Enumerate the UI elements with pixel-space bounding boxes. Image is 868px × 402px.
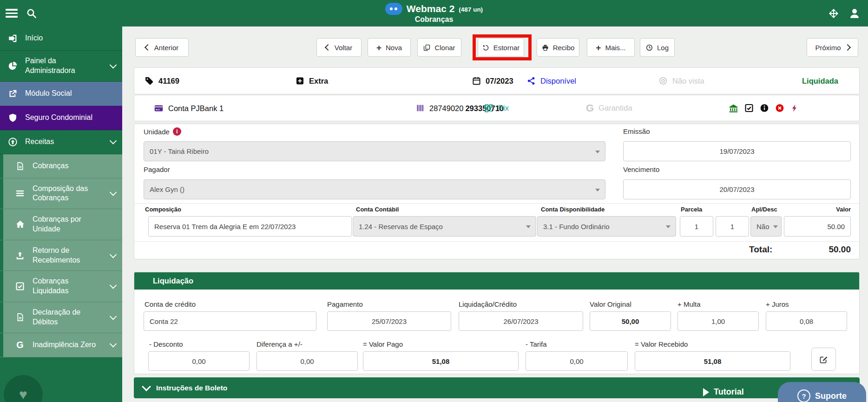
- bank-account: Conta PJBank 1: [154, 103, 224, 113]
- sidebar-item-modulo-social[interactable]: Módulo Social: [0, 82, 122, 106]
- proximo-button[interactable]: Próximo: [807, 38, 858, 57]
- juros-input[interactable]: 0,08: [766, 311, 847, 331]
- clonar-button[interactable]: Clonar: [417, 38, 461, 57]
- multa-input[interactable]: 1,00: [677, 311, 759, 331]
- calendar-icon: [472, 77, 481, 86]
- nova-button[interactable]: + Nova: [368, 38, 411, 57]
- chevron-down-icon: [110, 137, 117, 145]
- check-square-icon: [13, 282, 27, 291]
- sidebar-item-label: Inadimplência Zero: [33, 340, 96, 350]
- suporte-button[interactable]: ? Suporte: [778, 382, 866, 402]
- info-circle-icon[interactable]: [760, 104, 769, 113]
- play-icon: [703, 388, 709, 396]
- tutorial-button[interactable]: Tutorial: [703, 387, 744, 397]
- user-icon[interactable]: [848, 7, 861, 20]
- cobranca-form-card: Unidade i 01Y - Tainá Ribeiro Emissão 19…: [134, 124, 860, 259]
- apl-desc-select[interactable]: Não: [750, 216, 782, 237]
- pagamento-label: Pagamento: [327, 300, 363, 308]
- liquidada-status: Liquidada: [802, 77, 838, 86]
- sidebar-item-inicio[interactable]: Início: [0, 26, 122, 51]
- multa-label: + Multa: [677, 300, 701, 308]
- pagador-select[interactable]: Alex Gyn (): [144, 179, 605, 199]
- total-label: Total:: [749, 244, 772, 255]
- chevron-down-icon: [110, 61, 117, 69]
- unidade-select[interactable]: 01Y - Tainá Ribeiro: [144, 141, 605, 161]
- desconto-input[interactable]: 0,00: [148, 351, 250, 371]
- chevron-down-icon: [110, 282, 117, 289]
- cancel-circle-icon[interactable]: [775, 104, 784, 113]
- sidebar-item-label: Cobranças: [33, 161, 68, 171]
- top-header: Webmac 2 (487 un) Cobranças: [0, 0, 868, 26]
- check-square-icon[interactable]: [744, 104, 754, 113]
- conta-credito-input[interactable]: Conta 22: [144, 311, 316, 331]
- valor-original-label: Valor Original: [590, 300, 631, 308]
- anterior-button[interactable]: Anterior: [135, 38, 189, 57]
- log-button[interactable]: Log: [640, 38, 675, 57]
- valor-recebido-input[interactable]: 51,08: [635, 351, 790, 371]
- tag-icon: [145, 76, 154, 86]
- valor-pago-input[interactable]: 51,08: [363, 351, 519, 371]
- chevron-down-icon: [110, 313, 117, 320]
- mais-button[interactable]: + Mais...: [587, 38, 635, 57]
- chevron-down-icon: [110, 251, 117, 258]
- vencimento-input[interactable]: 20/07/2023: [623, 179, 851, 199]
- sidebar-item-seguro-condominial[interactable]: Seguro Condominial: [0, 106, 122, 130]
- conta-contabil-select[interactable]: 1.24 - Reservas de Espaço: [353, 216, 536, 237]
- col-header-apl-desc: Apl/Desc: [751, 206, 777, 213]
- composicao-descricao-input[interactable]: Reserva 01 Trem da Alegria E em 22/07/20…: [148, 216, 352, 237]
- sidebar-item-cobrancas-por-unidade[interactable]: Cobranças por Unidade: [0, 209, 122, 240]
- sidebar-item-inadimplencia-zero[interactable]: G Inadimplência Zero: [0, 333, 122, 357]
- parcela-total-input[interactable]: 1: [716, 216, 749, 237]
- plus-icon: +: [376, 43, 381, 52]
- unidade-label: Unidade i: [144, 127, 181, 136]
- app-title: Webmac 2: [407, 3, 455, 14]
- select-caret-icon: [773, 225, 778, 228]
- shield-icon: [6, 113, 20, 123]
- total-value: 50.00: [784, 244, 851, 255]
- sidebar-item-label: Seguro Condominial: [25, 113, 92, 123]
- sidebar-item-retorno-recebimentos[interactable]: Retorno de Recebimentos: [0, 240, 122, 271]
- tarifa-input[interactable]: 0,00: [526, 351, 628, 371]
- sidebar-item-cobrancas-liquidadas[interactable]: Cobranças Liquidadas: [0, 271, 122, 302]
- instrucoes-boleto-bar[interactable]: Instruções de Boleto: [134, 377, 860, 398]
- vencimento-label: Vencimento: [623, 165, 659, 173]
- emissao-input[interactable]: 19/07/2023: [623, 141, 851, 161]
- page-title: Cobranças: [415, 15, 454, 24]
- liquidacao-header: Liquidação: [134, 272, 859, 290]
- diferenca-input[interactable]: 0,00: [256, 351, 358, 371]
- conta-disponibilidade-select[interactable]: 3.1 - Fundo Ordinário: [537, 216, 676, 237]
- sidebar-item-declaracao-debitos[interactable]: Declaração de Débitos: [0, 302, 122, 333]
- voltar-button[interactable]: Voltar: [316, 38, 362, 57]
- credit-card-icon: [154, 103, 164, 113]
- disponivel-status[interactable]: Disponível: [527, 77, 576, 86]
- sidebar-item-cobrancas[interactable]: Cobranças: [0, 154, 122, 178]
- lightning-icon[interactable]: [790, 104, 799, 113]
- info-badge-icon[interactable]: i: [173, 127, 181, 136]
- sidebar-item-label: Declaração de Débitos: [33, 308, 106, 327]
- estornar-button[interactable]: Estornar: [478, 38, 524, 57]
- pagamento-input[interactable]: 25/07/2023: [327, 311, 451, 331]
- eye-ring-icon: [658, 76, 668, 86]
- edit-liquidacao-button[interactable]: [811, 348, 836, 371]
- valor-recebido-label: = Valor Recebido: [635, 340, 688, 348]
- clock-icon: [646, 44, 653, 51]
- liquidacao-credito-input[interactable]: 26/07/2023: [459, 311, 583, 331]
- sidebar-item-receitas[interactable]: Receitas: [0, 130, 122, 154]
- sidebar-item-painel-administradora[interactable]: Painel da Administradora: [0, 51, 122, 82]
- recibo-button[interactable]: Recibo: [537, 38, 579, 57]
- valor-original-input[interactable]: 50,00: [590, 311, 671, 331]
- g-icon: G: [13, 340, 27, 349]
- sidebar-item-composicao-cobrancas[interactable]: Composição das Cobranças: [0, 178, 122, 210]
- select-caret-icon: [595, 151, 600, 153]
- bank-icon[interactable]: [729, 103, 738, 113]
- col-header-conta-contabil: Conta Contábil: [356, 206, 399, 213]
- pix-status[interactable]: Pix: [484, 104, 509, 113]
- select-caret-icon: [666, 225, 671, 228]
- chevron-left-icon: [325, 44, 331, 51]
- question-icon: ?: [797, 389, 810, 402]
- sidebar-item-label: Composição das Cobranças: [33, 184, 106, 204]
- liquidacao-card: Liquidação Conta de crédito Conta 22 Pag…: [134, 272, 860, 374]
- valor-input[interactable]: 50.00: [784, 216, 851, 237]
- parcela-num-input[interactable]: 1: [680, 216, 713, 237]
- fullscreen-icon[interactable]: [828, 8, 839, 19]
